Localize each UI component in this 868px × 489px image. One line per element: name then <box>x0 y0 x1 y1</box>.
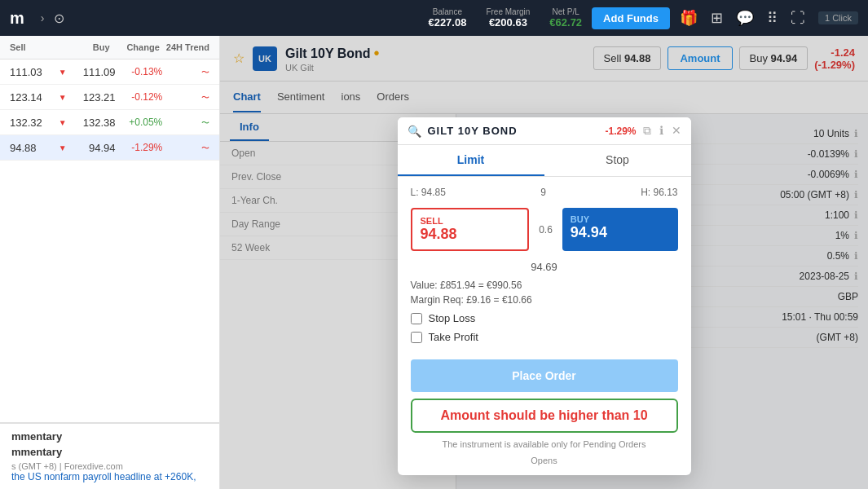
market-trend: 〜 <box>162 90 209 104</box>
gift-icon[interactable]: 🎁 <box>680 9 698 27</box>
down-arrow-icon: ▼ <box>59 93 67 102</box>
sell-price: 94.88 <box>421 226 520 243</box>
col-sell: Sell <box>10 42 59 52</box>
search-icon: 🔍 <box>408 125 421 138</box>
free-margin-value: €200.63 <box>489 16 527 29</box>
order-modal: 🔍 GILT 10Y BOND -1.29% ⧉ ℹ ✕ Limit Stop <box>398 117 691 475</box>
market-sell: 132.32 <box>10 117 57 129</box>
down-arrow-icon: ▼ <box>59 143 67 152</box>
stop-loss-row: Stop Loss <box>411 312 678 324</box>
ohlc-mid: 9 <box>540 187 546 198</box>
apps-icon[interactable]: ⠿ <box>767 9 778 27</box>
ohlc-high: H: 96.13 <box>641 187 677 198</box>
limit-price-row: 94.69 <box>411 261 678 273</box>
free-margin-item: Free Margin €200.63 <box>486 7 530 29</box>
market-buy: 94.94 <box>68 142 116 154</box>
take-profit-row: Take Profit <box>411 331 678 343</box>
commentary-section: mmentary mmentary s (GMT +8) | Forexdive… <box>0 422 219 489</box>
commentary-link[interactable]: the US nonfarm payroll headline at +260K… <box>11 471 208 482</box>
modal-search-bar: 🔍 GILT 10Y BOND -1.29% ⧉ ℹ ✕ <box>398 117 691 145</box>
buy-label: BUY <box>571 214 670 224</box>
market-buy: 132.38 <box>68 117 116 129</box>
place-order-button[interactable]: Place Order <box>411 359 678 392</box>
modal-change-badge: -1.29% <box>605 126 636 137</box>
balance-value: €227.08 <box>428 16 466 29</box>
market-trend: 〜 <box>162 141 209 154</box>
col-buy: Buy <box>59 42 109 52</box>
balance-label: Balance <box>433 7 462 16</box>
middle-area: ☆ UK Gilt 10Y Bond • UK Gilt Sell 94.88 … <box>220 36 868 489</box>
market-trend: 〜 <box>162 116 209 129</box>
pending-note: The instrument is available only for Pen… <box>411 439 678 449</box>
market-row-active[interactable]: 94.88 ▼ 94.94 -1.29% 〜 <box>0 135 219 161</box>
main-layout: Sell Buy Change 24H Trend 111.03 ▼ 111.0… <box>0 36 868 489</box>
market-change: +0.05% <box>115 117 162 128</box>
commentary-subtitle: mmentary <box>11 446 208 458</box>
order-modal-overlay: 🔍 GILT 10Y BOND -1.29% ⧉ ℹ ✕ Limit Stop <box>220 36 868 489</box>
one-click-badge[interactable]: 1 Click <box>818 11 858 24</box>
down-arrow-icon: ▼ <box>59 118 67 127</box>
market-sell: 123.14 <box>10 91 57 104</box>
sell-box[interactable]: SELL 94.88 <box>411 208 530 251</box>
modal-actions: ⧉ ℹ ✕ <box>643 124 681 138</box>
market-sell: 94.88 <box>10 142 57 154</box>
nav-arrow: › <box>41 11 45 24</box>
chat-icon[interactable]: 💬 <box>736 9 754 27</box>
info-circle-icon[interactable]: ℹ <box>659 124 663 138</box>
tab-stop[interactable]: Stop <box>544 145 691 176</box>
take-profit-checkbox[interactable] <box>411 332 422 343</box>
col-change: Change <box>110 42 160 52</box>
market-sell: 111.03 <box>10 66 57 78</box>
net-pl-item: Net P/L €62.72 <box>549 7 582 29</box>
commentary-title: mmentary <box>11 430 208 443</box>
stop-loss-checkbox[interactable] <box>411 313 422 324</box>
buy-price: 94.94 <box>571 224 670 241</box>
add-funds-button[interactable]: Add Funds <box>592 7 670 29</box>
value-row: Value: £851.94 = €990.56 <box>411 280 678 291</box>
net-pl-label: Net P/L <box>553 7 579 16</box>
market-change: -0.13% <box>115 66 162 77</box>
modal-body: L: 94.85 9 H: 96.13 SELL 94.88 0.6 BUY <box>398 177 691 475</box>
net-pl-value: €62.72 <box>549 16 582 29</box>
tab-limit[interactable]: Limit <box>398 145 544 176</box>
market-trend: 〜 <box>162 65 209 78</box>
ohlc-row: L: 94.85 9 H: 96.13 <box>411 187 678 198</box>
top-nav-icons: 🎁 ⊞ 💬 ⠿ ⛶ 1 Click <box>680 9 858 27</box>
close-icon[interactable]: ✕ <box>672 124 681 138</box>
circle-icon: ⊙ <box>54 11 64 26</box>
modal-search-text: GILT 10Y BOND <box>428 125 599 137</box>
expand-icon[interactable]: ⛶ <box>791 10 805 27</box>
pending-label: Opens <box>411 456 678 465</box>
buy-box[interactable]: BUY 94.94 <box>562 208 678 251</box>
market-list: Sell Buy Change 24H Trend 111.03 ▼ 111.0… <box>0 36 220 489</box>
grid-icon[interactable]: ⊞ <box>711 9 723 27</box>
stop-loss-label: Stop Loss <box>429 312 476 324</box>
balance-item: Balance €227.08 <box>428 7 466 29</box>
margin-row: Margin Req: £9.16 = €10.66 <box>411 294 678 306</box>
market-change: -0.12% <box>115 91 162 103</box>
logo: m <box>10 9 24 28</box>
col-trend: 24H Trend <box>160 42 209 52</box>
trade-row: SELL 94.88 0.6 BUY 94.94 <box>411 208 678 251</box>
top-nav: m › ⊙ Balance €227.08 Free Margin €200.6… <box>0 0 868 36</box>
sell-label: SELL <box>421 216 520 226</box>
balance-section: Balance €227.08 Free Margin €200.63 Net … <box>428 7 582 29</box>
ohlc-low: L: 94.85 <box>411 187 446 198</box>
commentary-source: s (GMT +8) | Forexdive.com <box>11 461 208 471</box>
market-change: -1.29% <box>115 142 162 153</box>
market-row[interactable]: 123.14 ▼ 123.21 -0.12% 〜 <box>0 85 219 110</box>
copy-icon[interactable]: ⧉ <box>643 124 651 138</box>
modal-tabs: Limit Stop <box>398 145 691 177</box>
down-arrow-icon: ▼ <box>59 68 67 77</box>
market-buy: 111.09 <box>68 66 116 78</box>
market-buy: 123.21 <box>68 91 116 104</box>
spread-value: 0.6 <box>535 208 556 251</box>
market-row[interactable]: 132.32 ▼ 132.38 +0.05% 〜 <box>0 110 219 135</box>
market-row[interactable]: 111.03 ▼ 111.09 -0.13% 〜 <box>0 59 219 85</box>
take-profit-label: Take Profit <box>429 331 478 343</box>
free-margin-label: Free Margin <box>486 7 530 16</box>
error-banner: Amount should be higher than 10 <box>411 399 678 433</box>
market-list-header: Sell Buy Change 24H Trend <box>0 36 219 59</box>
